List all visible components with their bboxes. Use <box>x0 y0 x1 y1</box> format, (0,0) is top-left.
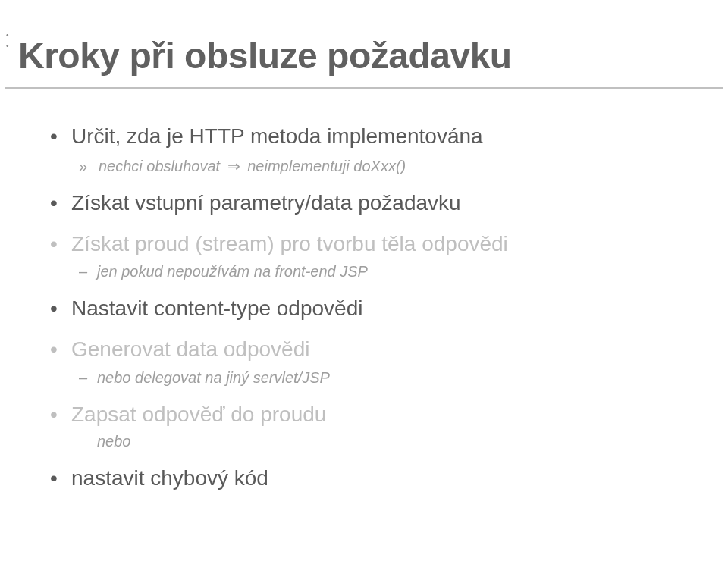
list-item-text: Získat proud (stream) pro tvorbu těla od… <box>71 232 508 255</box>
sublist-text-post: neimplementuji doXxx() <box>247 158 406 174</box>
title-bar: Kroky při obsluze požadavku <box>5 30 723 89</box>
list-item-text: Získat vstupní parametry/data požadavku <box>71 191 461 215</box>
sublist: nebo <box>71 431 695 452</box>
sublist-text: nebo <box>97 433 131 450</box>
sublist-text: jen pokud nepoužívám na front-end JSP <box>97 263 368 280</box>
list-item: Získat vstupní parametry/data požadavku <box>50 189 695 218</box>
bullet-list: Určit, zda je HTTP metoda implementována… <box>50 122 695 493</box>
sublist-text-pre: nechci obsluhovat <box>99 158 220 174</box>
sublist-item: » nechci obsluhovat ⇒ neimplementuji doX… <box>71 155 695 177</box>
sublist-item: nebo <box>71 431 695 452</box>
sublist-text: nebo delegovat na jiný servlet/JSP <box>97 369 330 386</box>
list-item-text: Zapsat odpověď do proudu <box>71 403 326 426</box>
list-item-text: nastavit chybový kód <box>71 466 268 490</box>
sublist: nebo delegovat na jiný servlet/JSP <box>71 367 695 388</box>
list-item: Generovat data odpovědi nebo delegovat n… <box>50 335 695 388</box>
list-item-text: Nastavit content-type odpovědi <box>71 296 362 320</box>
list-item: Zapsat odpověď do proudu nebo <box>50 400 695 452</box>
raquo-icon: » <box>79 155 87 177</box>
list-item-text: Určit, zda je HTTP metoda implementována <box>71 124 483 148</box>
slide: • • Kroky při obsluze požadavku Určit, z… <box>0 30 728 586</box>
slide-title: Kroky při obsluze požadavku <box>18 35 710 77</box>
list-item: Získat proud (stream) pro tvorbu těla od… <box>50 230 695 283</box>
sublist-item: jen pokud nepoužívám na front-end JSP <box>71 261 695 282</box>
list-item: Určit, zda je HTTP metoda implementována… <box>50 122 695 177</box>
sublist: » nechci obsluhovat ⇒ neimplementuji doX… <box>71 155 695 177</box>
list-item: nastavit chybový kód <box>50 464 695 493</box>
slide-content: Určit, zda je HTTP metoda implementována… <box>0 89 728 493</box>
list-item-text: Generovat data odpovědi <box>71 337 309 361</box>
sublist: jen pokud nepoužívám na front-end JSP <box>71 261 695 282</box>
list-item: Nastavit content-type odpovědi <box>50 294 695 323</box>
arrow-icon: ⇒ <box>224 158 243 174</box>
sublist-item: nebo delegovat na jiný servlet/JSP <box>71 367 695 388</box>
